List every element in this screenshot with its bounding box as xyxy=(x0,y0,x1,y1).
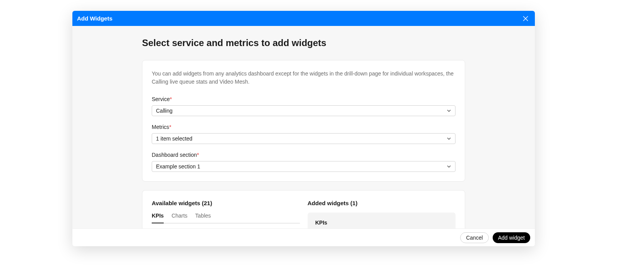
chevron-down-icon xyxy=(447,164,451,169)
dashboard-section-select[interactable]: Example section 1 xyxy=(152,161,456,172)
service-select[interactable]: Calling xyxy=(152,105,456,116)
chevron-down-icon xyxy=(447,136,451,141)
added-widgets-heading: Added widgets (1) xyxy=(308,200,456,206)
widgets-card: Available widgets (21) KPIs Charts Table… xyxy=(142,190,465,228)
available-widgets-heading: Available widgets (21) xyxy=(152,200,300,206)
cancel-button[interactable]: Cancel xyxy=(460,232,489,243)
tab-charts[interactable]: Charts xyxy=(171,213,187,223)
tab-kpis[interactable]: KPIs xyxy=(152,213,164,223)
form-field-dashboard-section: Dashboard section* Example section 1 xyxy=(152,152,456,172)
close-button[interactable] xyxy=(521,14,530,23)
metrics-value: 1 item selected xyxy=(156,136,192,142)
modal-footer: Cancel Add widget xyxy=(72,228,535,246)
added-section-label: KPIs xyxy=(315,220,448,226)
add-widgets-modal: Add Widgets Select service and metrics t… xyxy=(72,11,535,246)
form-card: You can add widgets from any analytics d… xyxy=(142,60,465,182)
metrics-label: Metrics* xyxy=(152,124,456,130)
chevron-down-icon xyxy=(447,108,451,113)
modal-title: Add Widgets xyxy=(77,15,113,22)
add-widget-button[interactable]: Add widget xyxy=(493,232,530,243)
dashboard-section-value: Example section 1 xyxy=(156,163,200,170)
required-marker: * xyxy=(170,96,172,102)
widgets-columns: Available widgets (21) KPIs Charts Table… xyxy=(152,200,456,228)
metrics-select[interactable]: 1 item selected xyxy=(152,133,456,144)
tab-tables[interactable]: Tables xyxy=(195,213,211,223)
close-icon xyxy=(522,15,529,22)
modal-body: Select service and metrics to add widget… xyxy=(72,26,535,228)
widget-tabs: KPIs Charts Tables xyxy=(152,213,300,223)
required-marker: * xyxy=(197,152,199,158)
helper-text: You can add widgets from any analytics d… xyxy=(152,70,456,86)
required-marker: * xyxy=(169,124,171,130)
added-panel: KPIs Avg. Call Leg Audio Jitter xyxy=(308,213,456,228)
service-value: Calling xyxy=(156,108,173,114)
service-label: Service* xyxy=(152,96,456,102)
modal-header: Add Widgets xyxy=(72,11,535,26)
dashboard-section-label: Dashboard section* xyxy=(152,152,456,158)
added-widgets-column: Added widgets (1) KPIs Avg. Call Leg Aud… xyxy=(308,200,456,228)
page-heading: Select service and metrics to add widget… xyxy=(142,38,465,48)
form-field-service: Service* Calling xyxy=(152,96,456,116)
form-field-metrics: Metrics* 1 item selected xyxy=(152,124,456,144)
available-widgets-column: Available widgets (21) KPIs Charts Table… xyxy=(152,200,300,228)
